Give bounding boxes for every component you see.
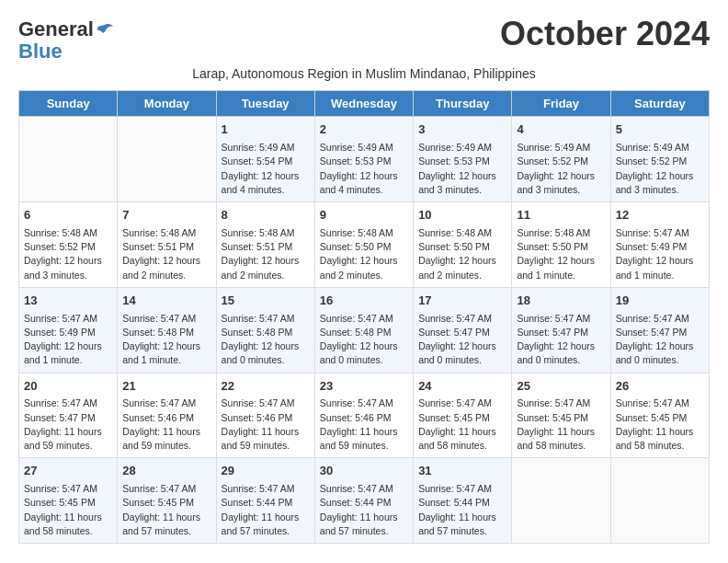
day-header-friday: Friday [512,91,610,117]
day-info: Sunset: 5:53 PM [320,155,408,168]
day-info: Sunrise: 5:47 AM [320,312,408,326]
calendar-cell: 3Sunrise: 5:49 AMSunset: 5:53 PMDaylight… [414,117,512,202]
day-info: Daylight: 12 hours [616,254,704,268]
day-info: and 3 minutes. [418,183,506,197]
day-info: Sunrise: 5:49 AM [222,141,310,155]
day-number: 30 [320,463,408,480]
day-info: and 1 minute. [616,269,704,282]
day-info: Daylight: 12 hours [418,169,506,183]
day-info: Sunset: 5:52 PM [517,155,605,168]
day-number: 29 [222,463,310,480]
day-info: and 2 minutes. [122,269,210,282]
day-info: Sunrise: 5:47 AM [616,226,704,240]
day-info: Daylight: 12 hours [222,339,310,353]
calendar-cell: 26Sunrise: 5:47 AMSunset: 5:45 PMDayligh… [610,373,709,458]
day-number: 25 [517,378,605,396]
day-info: Sunrise: 5:47 AM [24,482,112,496]
day-number: 16 [320,293,408,310]
week-row: 6Sunrise: 5:48 AMSunset: 5:52 PMDaylight… [19,202,710,288]
day-number: 24 [418,378,506,396]
day-number: 6 [24,207,112,224]
day-info: and 2 minutes. [222,269,310,282]
day-info: and 59 minutes. [24,439,112,453]
calendar-cell: 15Sunrise: 5:47 AMSunset: 5:48 PMDayligh… [216,287,314,373]
day-info: and 59 minutes. [222,439,310,453]
month-title: October 2024 [500,15,710,53]
day-info: Sunrise: 5:47 AM [517,312,605,326]
day-info: Sunset: 5:50 PM [320,240,408,254]
calendar-cell: 30Sunrise: 5:47 AMSunset: 5:44 PMDayligh… [314,458,413,544]
day-info: Sunset: 5:48 PM [122,326,210,339]
day-info: and 57 minutes. [222,524,310,538]
day-info: Sunrise: 5:49 AM [517,141,605,155]
day-info: Sunrise: 5:47 AM [616,396,704,410]
day-number: 4 [517,121,605,139]
day-info: Daylight: 12 hours [517,339,605,353]
calendar-cell: 17Sunrise: 5:47 AMSunset: 5:47 PMDayligh… [414,287,512,373]
day-info: Daylight: 12 hours [418,339,506,353]
day-info: Daylight: 11 hours [320,511,408,524]
day-info: and 2 minutes. [418,269,506,282]
day-number: 1 [222,121,310,139]
calendar-cell: 13Sunrise: 5:47 AMSunset: 5:49 PMDayligh… [19,287,118,373]
calendar-cell: 27Sunrise: 5:47 AMSunset: 5:45 PMDayligh… [19,458,118,544]
day-header-tuesday: Tuesday [216,91,314,117]
header-row: SundayMondayTuesdayWednesdayThursdayFrid… [19,91,710,117]
day-number: 2 [320,121,408,139]
day-info: Sunset: 5:49 PM [616,240,704,254]
day-info: Sunset: 5:45 PM [517,411,605,425]
day-info: Sunrise: 5:49 AM [616,141,704,155]
week-row: 13Sunrise: 5:47 AMSunset: 5:49 PMDayligh… [19,287,710,373]
day-info: Sunset: 5:44 PM [418,496,506,510]
day-info: Sunrise: 5:49 AM [320,141,408,155]
day-info: Sunset: 5:50 PM [517,240,605,254]
day-info: Daylight: 12 hours [320,169,408,183]
day-number: 8 [222,207,310,224]
day-info: Sunset: 5:50 PM [418,240,506,254]
day-number: 9 [320,207,408,224]
day-header-sunday: Sunday [19,91,118,117]
day-info: Sunrise: 5:47 AM [616,312,704,326]
calendar-cell: 11Sunrise: 5:48 AMSunset: 5:50 PMDayligh… [512,202,610,288]
day-info: Sunset: 5:44 PM [320,496,408,510]
calendar-cell: 28Sunrise: 5:47 AMSunset: 5:45 PMDayligh… [118,458,216,544]
day-info: Sunset: 5:51 PM [122,240,210,254]
day-info: and 58 minutes. [24,524,112,538]
calendar-subtitle: Larap, Autonomous Region in Muslim Minda… [18,66,710,81]
day-number: 26 [616,378,704,396]
day-info: Daylight: 12 hours [418,254,506,268]
day-number: 12 [616,207,704,224]
day-info: Daylight: 11 hours [320,425,408,439]
day-number: 19 [616,293,704,310]
day-info: Sunrise: 5:47 AM [222,312,310,326]
day-info: Sunrise: 5:47 AM [320,482,408,496]
calendar-cell: 10Sunrise: 5:48 AMSunset: 5:50 PMDayligh… [414,202,512,288]
day-number: 20 [24,378,112,396]
day-info: and 3 minutes. [616,183,704,197]
day-header-thursday: Thursday [414,91,512,117]
day-number: 21 [122,378,210,396]
day-info: Sunset: 5:45 PM [616,411,704,425]
day-info: Daylight: 12 hours [122,254,210,268]
day-info: Daylight: 12 hours [24,339,112,353]
day-info: Daylight: 11 hours [24,425,112,439]
day-info: Daylight: 12 hours [517,169,605,183]
day-info: Sunrise: 5:48 AM [418,226,506,240]
day-info: Sunset: 5:46 PM [320,411,408,425]
page-header: General Blue October 2024 [18,15,710,63]
day-info: Sunset: 5:45 PM [24,496,112,510]
day-info: Sunrise: 5:48 AM [122,226,210,240]
day-info: and 3 minutes. [517,183,605,197]
day-number: 27 [24,463,112,480]
day-info: and 0 minutes. [418,353,506,367]
day-info: Sunset: 5:47 PM [517,326,605,339]
logo-blue: Blue [18,40,63,63]
day-info: Sunset: 5:48 PM [320,326,408,339]
day-number: 18 [517,293,605,310]
calendar-cell: 2Sunrise: 5:49 AMSunset: 5:53 PMDaylight… [314,117,413,202]
day-info: Sunrise: 5:47 AM [122,482,210,496]
day-info: Sunset: 5:47 PM [616,326,704,339]
week-row: 20Sunrise: 5:47 AMSunset: 5:47 PMDayligh… [19,373,710,458]
day-header-wednesday: Wednesday [314,91,413,117]
day-info: Sunset: 5:47 PM [24,411,112,425]
